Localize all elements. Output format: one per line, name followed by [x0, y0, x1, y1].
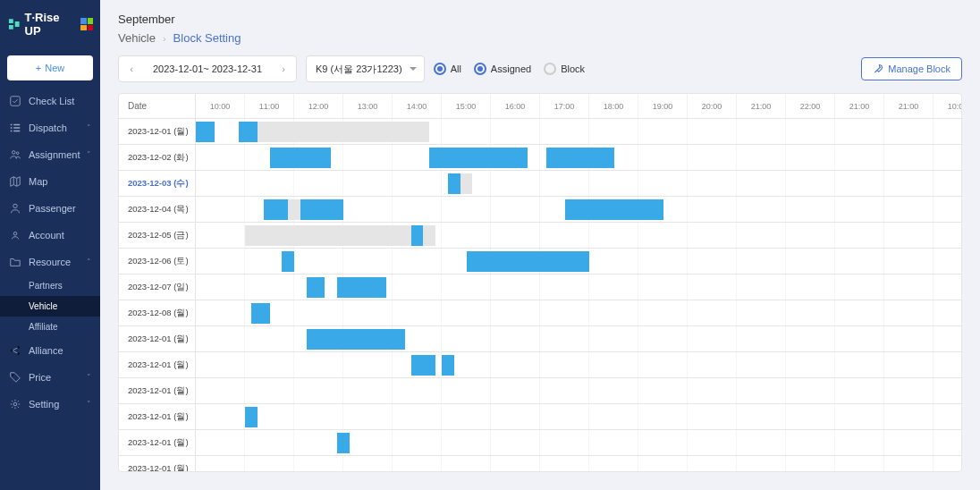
nav-price[interactable]: Price˅	[0, 364, 100, 391]
timeline[interactable]	[196, 197, 961, 222]
assigned-bar[interactable]	[448, 173, 460, 194]
nav-label: Dispatch	[29, 122, 67, 133]
apps-icon	[80, 18, 93, 30]
chevron-right-icon: ›	[163, 33, 166, 44]
block-bar[interactable]	[288, 199, 300, 220]
timeline[interactable]	[196, 326, 961, 351]
timeline[interactable]	[196, 404, 961, 429]
nav-dispatch[interactable]: Dispatch˅	[0, 114, 100, 141]
manage-block-button[interactable]: Manage Block	[861, 57, 962, 80]
assigned-bar[interactable]	[239, 122, 258, 142]
chevron-down-icon: ˅	[87, 373, 91, 382]
schedule-row: 2023-12-01 (월)	[119, 352, 961, 378]
assigned-bar[interactable]	[337, 433, 350, 453]
block-bar[interactable]	[460, 173, 473, 194]
check-icon	[9, 95, 21, 107]
nav-map[interactable]: Map	[0, 168, 100, 195]
assigned-bar[interactable]	[251, 303, 270, 324]
nav-resource[interactable]: Resource˄	[0, 249, 100, 275]
subnav-affiliate[interactable]: Affiliate	[0, 317, 100, 337]
gear-icon	[9, 398, 21, 410]
assigned-bar[interactable]	[565, 199, 663, 220]
assigned-bar[interactable]	[245, 407, 258, 427]
prev-button[interactable]: ‹	[119, 56, 144, 81]
svg-point-1	[13, 151, 16, 155]
timeline[interactable]	[196, 223, 961, 248]
nav-label: Resource	[29, 257, 71, 267]
filter-radios: AllAssignedBlock	[434, 63, 585, 75]
assigned-bar[interactable]	[411, 355, 436, 376]
vehicle-select[interactable]: K9 (서울 23가1223)	[306, 55, 425, 82]
timeline[interactable]	[196, 456, 961, 471]
radio-dot	[434, 63, 446, 75]
nav-assignment[interactable]: Assignment˅	[0, 141, 100, 168]
nav-check-list[interactable]: Check List	[0, 88, 100, 114]
grid-body[interactable]: 2023-12-01 (월)2023-12-02 (화)2023-12-03 (…	[119, 119, 961, 471]
schedule-row: 2023-12-03 (수)	[119, 171, 961, 197]
new-button[interactable]: + New	[7, 55, 93, 80]
brand-text: T·Rise UP	[25, 11, 78, 38]
radio-label: Assigned	[491, 63, 531, 74]
assigned-bar[interactable]	[270, 148, 332, 168]
schedule-row: 2023-12-01 (월)	[119, 119, 961, 145]
nav-alliance[interactable]: Alliance	[0, 337, 100, 364]
row-date: 2023-12-08 (월)	[119, 300, 196, 325]
grid-header: Date 10:0011:0012:0013:0014:0015:0016:00…	[119, 94, 961, 119]
block-bar[interactable]	[245, 225, 435, 246]
radio-assigned[interactable]: Assigned	[474, 63, 531, 75]
assigned-bar[interactable]	[337, 277, 386, 298]
time-header: 16:00	[491, 94, 540, 118]
timeline[interactable]	[196, 300, 961, 325]
assigned-bar[interactable]	[307, 277, 325, 298]
time-header: 13:00	[343, 94, 393, 118]
timeline[interactable]	[196, 378, 961, 403]
timeline[interactable]	[196, 352, 961, 377]
timeline[interactable]	[196, 145, 961, 170]
radio-all[interactable]: All	[434, 63, 461, 75]
assigned-bar[interactable]	[264, 199, 343, 220]
chevron-down-icon: ˅	[87, 400, 91, 409]
assigned-bar[interactable]	[196, 122, 215, 142]
row-date: 2023-12-01 (월)	[119, 456, 196, 471]
block-bar[interactable]	[258, 122, 430, 142]
breadcrumb: Vehicle › Block Setting	[118, 31, 962, 45]
nav-label: Check List	[29, 96, 74, 106]
timeline[interactable]	[196, 275, 961, 300]
time-header: 11:00	[245, 94, 294, 118]
users-icon	[9, 148, 21, 161]
row-date: 2023-12-01 (월)	[119, 326, 196, 351]
subnav-vehicle[interactable]: Vehicle	[0, 296, 100, 317]
time-header: 21:00	[884, 94, 934, 118]
schedule-row: 2023-12-01 (월)	[119, 404, 961, 430]
date-range-picker[interactable]: ‹ 2023-12-01~ 2023-12-31 ›	[118, 55, 297, 82]
subnav-partners[interactable]: Partners	[0, 275, 100, 296]
assigned-bar[interactable]	[546, 148, 614, 168]
time-header: 14:00	[393, 94, 442, 118]
nav-passenger[interactable]: Passenger	[0, 195, 100, 222]
radio-block[interactable]: Block	[544, 63, 585, 75]
row-date: 2023-12-01 (월)	[119, 430, 196, 455]
next-button[interactable]: ›	[271, 56, 296, 81]
assigned-bar[interactable]	[442, 355, 454, 376]
timeline[interactable]	[196, 430, 961, 455]
timeline[interactable]	[196, 119, 961, 144]
breadcrumb-parent[interactable]: Vehicle	[118, 31, 156, 45]
schedule-row: 2023-12-01 (월)	[119, 430, 961, 456]
folder-icon	[9, 256, 21, 268]
assigned-bar[interactable]	[467, 251, 590, 272]
timeline[interactable]	[196, 249, 961, 274]
radio-label: All	[451, 63, 461, 74]
svg-point-4	[13, 232, 17, 236]
nav-account[interactable]: Account	[0, 222, 100, 249]
main-content: September Vehicle › Block Setting ‹ 2023…	[100, 0, 980, 490]
assigned-bar[interactable]	[411, 225, 424, 246]
tag-icon	[9, 371, 21, 384]
date-range-text: 2023-12-01~ 2023-12-31	[144, 63, 271, 74]
schedule-row: 2023-12-01 (월)	[119, 326, 961, 352]
sidebar: T·Rise UP + New Check ListDispatch˅Assig…	[0, 0, 100, 490]
assigned-bar[interactable]	[307, 329, 405, 350]
assigned-bar[interactable]	[429, 148, 528, 168]
nav-setting[interactable]: Setting˅	[0, 391, 100, 418]
timeline[interactable]	[196, 171, 961, 196]
assigned-bar[interactable]	[282, 251, 294, 272]
